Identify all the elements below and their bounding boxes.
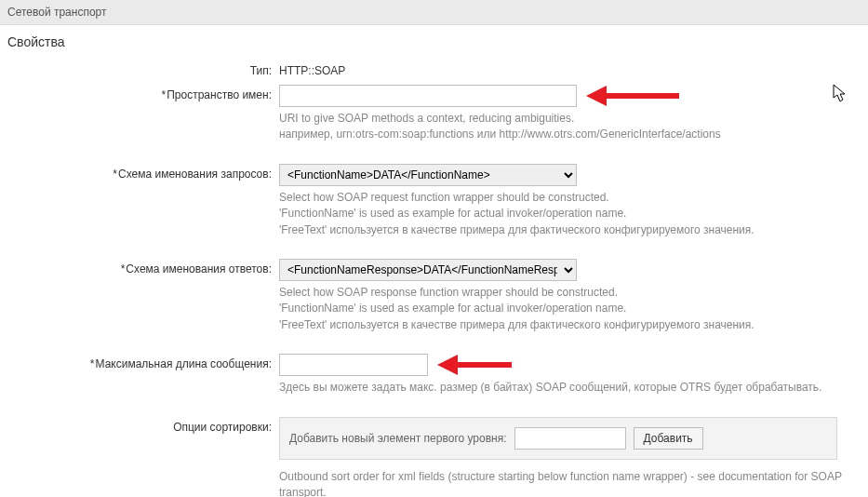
row-type: Тип: HTTP::SOAP [0,59,868,79]
hint-line: URI to give SOAP methods a context, redu… [279,111,856,127]
sort-element-input[interactable] [514,427,626,450]
value-type: HTTP::SOAP [279,60,857,77]
arrow-annotation-icon [586,86,679,106]
arrow-annotation-icon [437,355,512,375]
hint-line: 'FreeText' используется в качестве приме… [279,317,856,333]
sort-options-box: Добавить новый элемент первого уровня: Д… [279,417,837,460]
row-maxlen: Максимальная длина сообщения: Здесь вы м… [0,352,868,410]
row-response-scheme: Схема именования ответов: <FunctionNameR… [0,257,868,348]
hint-maxlen: Здесь вы можете задать макс. размер (в б… [279,380,856,396]
label-namespace: Пространство имен: [162,88,272,101]
hint-line: Select how SOAP request function wrapper… [279,190,856,206]
hint-line: 'FreeText' используется в качестве приме… [279,222,856,238]
hint-namespace: URI to give SOAP methods a context, redu… [279,111,856,143]
label-type: Тип: [0,60,279,77]
namespace-input[interactable] [279,85,577,107]
hint-line: 'FunctionName' is used as example for ac… [279,206,856,222]
sort-box-label: Добавить новый элемент первого уровня: [289,432,507,445]
label-response-scheme: Схема именования ответов: [121,262,272,275]
label-maxlen: Максимальная длина сообщения: [90,357,272,370]
add-sort-element-button[interactable]: Добавить [634,427,703,450]
hint-response-scheme: Select how SOAP response function wrappe… [279,285,856,333]
maxlen-input[interactable] [279,354,428,376]
panel-title: Сетевой транспорт [7,6,106,19]
panel-header: Сетевой транспорт [0,0,868,25]
hint-line: например, urn:otrs-com:soap:functions ил… [279,127,856,142]
section-title: Свойства [0,25,868,55]
request-scheme-select[interactable]: <FunctionName>DATA</FunctionName> [279,164,577,186]
hint-sort-options: Outbound sort order for xml fields (stru… [279,469,856,497]
hint-request-scheme: Select how SOAP request function wrapper… [279,190,856,238]
label-request-scheme: Схема именования запросов: [113,168,272,181]
form: Тип: HTTP::SOAP Пространство имен: URI t… [0,55,868,497]
hint-line: 'FunctionName' is used as example for ac… [279,301,856,316]
hint-line: Select how SOAP response function wrappe… [279,285,856,301]
response-scheme-select[interactable]: <FunctionNameResponse>DATA</FunctionName… [279,259,577,281]
row-request-scheme: Схема именования запросов: <FunctionName… [0,162,868,253]
label-sort-options: Опции сортировки: [0,417,279,434]
row-sort-options: Опции сортировки: Добавить новый элемент… [0,415,868,497]
row-namespace: Пространство имен: URI to give SOAP meth… [0,83,868,158]
